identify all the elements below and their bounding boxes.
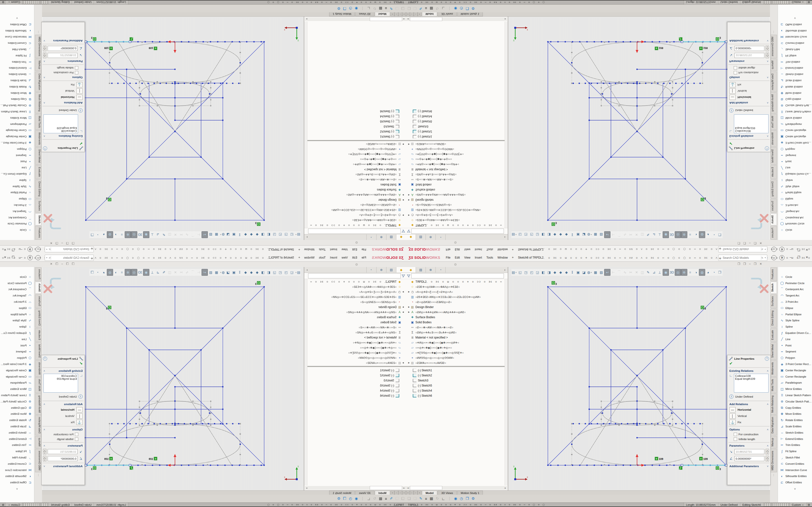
document-window-controls[interactable]: ❐❐–❐✕ (738, 262, 762, 266)
document-window-controls[interactable]: ❐❐–❐✕ (738, 241, 762, 245)
tool-circular-sketch-pattern[interactable]: ⊚Circular Sketch Pattern (778, 398, 812, 405)
tool-ellipse[interactable]: ⬭Ellipse (778, 305, 812, 311)
tab-features[interactable]: Features (35, 267, 42, 281)
vertical-icon[interactable]: │ (77, 89, 83, 94)
sketch-pencil-icon[interactable]: ✎ (645, 269, 651, 276)
fm-tab-propertymanager[interactable]: ▤ (416, 267, 426, 273)
render-sphere-icon[interactable]: ◕ (705, 269, 711, 276)
cube-bottom-icon[interactable]: ◨ (260, 269, 266, 276)
checkbox[interactable] (734, 433, 737, 436)
section-view-icon[interactable]: ▨ (598, 269, 604, 276)
tree-item-favorites[interactable]: ☆○ƧƎƐ✛∺◎ɅΑΦ○∺○ΦΑɅ◎∺✛ƐƎƧ○ (304, 284, 406, 289)
view-selector-icon[interactable]: ▤▼ (511, 231, 517, 238)
prev-doc-icon[interactable]: ❐ (738, 262, 740, 266)
section-additional-parameters[interactable]: Additional Parameters˅ (42, 38, 85, 43)
panel-help-icon[interactable]: ? (43, 146, 47, 151)
close-button[interactable]: ✕ (1, 248, 9, 251)
tree-item-root[interactable]: ◆TЯPDL2.⊙ ƎƐ ⊙ Ш ⊙ ⊙ ⊙ ✛ ⊙ ƆƆ ⊙ ƎƐ ⊙ ∺ ⊙… (406, 279, 508, 284)
tab-data-migration[interactable]: Data Migration (770, 415, 777, 435)
tab-sheet-metal[interactable]: Sheet Metal (770, 147, 777, 165)
perspective-floor-icon[interactable]: ∟ (367, 6, 370, 11)
folder-check-icon[interactable]: ❒ (343, 496, 346, 501)
camera-ball-icon[interactable]: ◔ (711, 269, 717, 276)
expander-icon[interactable]: ▶ (407, 362, 410, 364)
doc-tab-3d-views[interactable]: 3D Views (355, 491, 374, 495)
tree-item-sigma[interactable]: Σ○ƧИ◎∺✛Α∪Ǝ○∺○Ǝ∪Α✛∺◎ИƧ○ (406, 172, 508, 177)
length-input[interactable] (735, 450, 764, 453)
status-units-selector[interactable]: Custom▴ (6, 0, 22, 4)
cube-right-icon[interactable]: ◲ (272, 269, 277, 276)
close-button[interactable]: ✕ (1, 256, 9, 259)
tool-equation-driven-curve[interactable]: ƒEquation Driven Curve (0, 330, 34, 336)
section-options[interactable]: Options˄ (42, 75, 85, 80)
cube-iso-icon[interactable]: ◆ (254, 231, 260, 238)
menu-window[interactable]: Window (495, 255, 510, 260)
shadows-icon[interactable]: ◑ (693, 231, 699, 238)
fm-tab-appearances[interactable]: ◔ (436, 234, 446, 240)
section-existing-relations[interactable]: Existing Relations˄ (727, 369, 770, 373)
tab-evaluate[interactable]: Evaluate (35, 165, 42, 179)
fix-icon[interactable]: ⚓ (77, 419, 83, 425)
search-icon[interactable] (761, 256, 763, 260)
doc-tab-motion-study-1[interactable]: Motion Study 1 (457, 12, 483, 16)
toolbar-handle[interactable] (454, 241, 457, 243)
tool-rotate-entities[interactable]: ↻Rotate Entities (0, 417, 34, 423)
tree-item-lockfolder[interactable]: ▶▤○ƧƎИΑ∪+○∺○+∪ΑИƎƧ○ (406, 142, 508, 147)
tool-corner-rectangle[interactable]: ▭Corner Rectangle (778, 127, 812, 133)
doc-restore-icon[interactable]: ❐ (754, 241, 756, 245)
doc-tab-3d-views[interactable]: 3D Views (438, 491, 457, 495)
display-style-icon[interactable]: ◍▼ (219, 269, 225, 276)
tree-item-history[interactable]: ▶◷○Ʌ∺◎✛Ƨ∺Ƹ○∺○Ƹ∺Ƨ✛◎∺Ʌ○ (304, 289, 406, 294)
tree-item-material[interactable]: ≣Material < not specified > (406, 167, 508, 172)
tree-item-history[interactable]: ▶◷○Ʌ∺◎✛Ƨ∺Ƹ○∺○Ƹ∺Ƨ✛◎∺Ʌ○ (406, 289, 508, 294)
expander-icon[interactable]: ▶ (402, 199, 405, 201)
help-icon[interactable]: ? (779, 255, 784, 260)
viewport-layout-icon[interactable]: ▣ (231, 231, 237, 238)
section-cube-icon[interactable]: ◪ (225, 269, 231, 276)
relation-item[interactable]: Equal length109 (45, 127, 77, 130)
sketch-shaded-icon[interactable]: ❏ (407, 496, 411, 501)
view-3d-icon[interactable]: 3D (669, 231, 675, 238)
tab-markup[interactable]: Markup (770, 59, 777, 71)
length-input[interactable] (48, 54, 77, 57)
expander-icon[interactable]: ▶ (402, 214, 405, 216)
perspective-floor-icon[interactable]: ∟ (367, 497, 370, 501)
tool-line[interactable]: ╱Line (0, 336, 34, 342)
cube-iso-icon[interactable]: ◆ (254, 269, 260, 276)
help-icon[interactable]: ? (28, 247, 33, 252)
tree-item-sketch[interactable]: Sketch3 (406, 378, 508, 383)
doc-tab-3d-views[interactable]: 3D Views (355, 12, 374, 16)
angle-input[interactable] (735, 457, 764, 460)
tree-item-plane[interactable]: ▱○✛И◎∺+○✻◉[○∺○]◉✻○+∺◎И✛○ (406, 340, 508, 345)
add-relation-fix[interactable]: ⚓Fix (727, 419, 770, 426)
tab-sheet-metal[interactable]: Sheet Metal (35, 342, 42, 360)
tool-extend-entities[interactable]: ⊢Extend Entities (778, 436, 812, 442)
fm-expand-icon[interactable]: › (304, 234, 310, 240)
tree-item-sketch[interactable]: Sketch3 (304, 378, 406, 383)
tool-fit-spline[interactable]: ∫Fit Spline (0, 53, 34, 59)
tree-item-root[interactable]: ◆TЯPDL2.⊙ ƎƐ ⊙ Ш ⊙ ⊙ ⊙ ✛ ⊙ ƆƆ ⊙ ƎƐ ⊙ ∺ ⊙… (406, 223, 508, 228)
tree-item-sigma[interactable]: Σ○ƧИ◎∺✛Α∪Ǝ○∺○Ǝ∪Α✛∺◎ИƧ○ (406, 330, 508, 335)
measure-icon[interactable]: ⊿ (651, 269, 657, 276)
tab-surfaces[interactable]: Surfaces (770, 294, 777, 308)
view-3d-icon[interactable]: 3D (669, 269, 675, 276)
tree-item-sensors[interactable]: ▥○Ƨ5✛ƎƐƧ○ИИ◎∺✛ƆƆƎ∪ƎƧ○∺○ƧƎ∪ƎƆƆ✛∺◎ИИ○ (406, 294, 508, 299)
menu-tools[interactable]: Tools (484, 255, 495, 260)
search-box[interactable]: ⬙ ▼ (718, 246, 767, 252)
tool-move-entities[interactable]: ✥Move Entities (778, 411, 812, 417)
layers-icon[interactable]: ❏ (395, 496, 399, 501)
tool-3-point-center-recta-[interactable]: ◈3 Point Center Recta... (778, 140, 812, 146)
section-existing-relations[interactable]: Existing Relations˄ (42, 369, 85, 373)
relation-item[interactable]: Collinear108 (735, 375, 767, 377)
sketch-visibility-icon[interactable]: ◉ (663, 231, 669, 238)
tool-copy-entities[interactable]: ⧉Copy Entities (778, 96, 812, 102)
cube-front-icon[interactable]: ◱ (289, 231, 295, 238)
tool-stretch-entities[interactable]: ↔Stretch Entities (778, 430, 812, 436)
search-icon[interactable] (761, 247, 763, 251)
settings-gear-icon[interactable]: ⚙ (471, 496, 475, 501)
tab-evaluate[interactable]: Evaluate (35, 328, 42, 342)
tool-sketch-fillet[interactable]: ◞Sketch Fillet (778, 454, 812, 461)
fm-expand-icon[interactable]: › (304, 267, 310, 273)
close-button[interactable]: ✕ (803, 256, 811, 259)
tree-item-sigma[interactable]: Σ○ƧИ◎∺✛Α∪Ǝ○∺○Ǝ∪Α✛∺◎ИƧ○ (304, 330, 406, 335)
